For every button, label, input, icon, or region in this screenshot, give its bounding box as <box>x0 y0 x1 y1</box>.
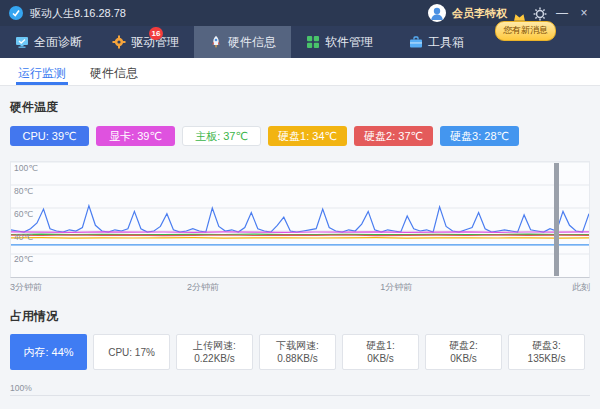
usage-value: 0.22KB/s <box>194 352 235 365</box>
usage-box-disk3[interactable]: 硬盘3: 135KB/s <box>508 334 585 370</box>
temperature-chart: 100℃ 80℃ 60℃ 40℃ 20℃ <box>10 161 590 278</box>
gear-icon <box>112 35 126 49</box>
y-axis-tick: 60℃ <box>14 209 33 219</box>
y-axis-tick: 40℃ <box>14 232 33 242</box>
usage-section-title: 占用情况 <box>10 308 590 325</box>
chart-time-slider[interactable] <box>554 163 559 276</box>
app-logo-icon <box>8 5 24 21</box>
app-window: 驱动人生8.16.28.78 会员李特权 — × 您有新消息 全面诊断 <box>0 0 600 409</box>
usage-box-memory[interactable]: 内存: 44% <box>10 334 87 370</box>
nav-tab-label: 工具箱 <box>428 34 464 51</box>
usage-box-disk2[interactable]: 硬盘2: 0KB/s <box>425 334 502 370</box>
new-message-tooltip[interactable]: 您有新消息 <box>495 21 556 41</box>
usage-box-cpu[interactable]: CPU: 17% <box>93 334 170 370</box>
user-avatar[interactable] <box>428 4 446 22</box>
close-icon[interactable]: × <box>576 6 592 21</box>
usage-chart-top-tick: 100% <box>10 383 590 393</box>
x-axis-tick: 3分钟前 <box>10 281 42 294</box>
usage-box-upload[interactable]: 上传网速: 0.22KB/s <box>176 334 253 370</box>
driver-update-badge: 16 <box>149 27 163 40</box>
tab-hardware-info[interactable]: 硬件信息 <box>194 26 291 58</box>
subtab-hardware-info[interactable]: 硬件信息 <box>78 58 150 85</box>
tab-toolbox[interactable]: 工具箱 <box>388 26 485 58</box>
y-axis-tick: 80℃ <box>14 186 33 196</box>
temp-chip-gpu[interactable]: 显卡: 39℃ <box>96 126 175 146</box>
usage-box-disk1[interactable]: 硬盘1: 0KB/s <box>342 334 419 370</box>
tab-software-management[interactable]: 软件管理 <box>291 26 388 58</box>
app-title: 驱动人生8.16.28.78 <box>30 6 126 21</box>
usage-value: 135KB/s <box>528 352 566 365</box>
grid-icon <box>306 35 320 49</box>
content-area: 硬件温度 CPU: 39℃ 显卡: 39℃ 主板: 37℃ 硬盘1: 34℃ 硬… <box>0 99 600 396</box>
usage-value: 0.88KB/s <box>277 352 318 365</box>
titlebar-controls: 会员李特权 — × <box>428 4 592 22</box>
temperature-section-title: 硬件温度 <box>10 99 590 116</box>
tab-full-diagnosis[interactable]: 全面诊断 <box>0 26 97 58</box>
usage-label: 硬盘2: <box>449 339 477 352</box>
y-axis-tick: 20℃ <box>14 254 33 264</box>
usage-label: 内存: 44% <box>23 346 73 359</box>
nav-tab-label: 软件管理 <box>325 34 373 51</box>
crown-icon <box>513 8 526 19</box>
usage-label: 上传网速: <box>193 339 236 352</box>
temperature-chips: CPU: 39℃ 显卡: 39℃ 主板: 37℃ 硬盘1: 34℃ 硬盘2: 3… <box>10 126 590 146</box>
usage-label: 下载网速: <box>276 339 319 352</box>
rocket-icon <box>209 35 223 49</box>
y-axis-tick: 100℃ <box>14 163 38 173</box>
member-label[interactable]: 会员李特权 <box>452 6 507 21</box>
temperature-chart-svg <box>11 162 589 277</box>
usage-value: 0KB/s <box>367 352 394 365</box>
subtab-running-monitor[interactable]: 运行监测 <box>6 58 78 85</box>
temp-chip-disk2[interactable]: 硬盘2: 37℃ <box>354 126 433 146</box>
settings-gear-icon[interactable] <box>532 6 548 21</box>
usage-label: 硬盘1: <box>366 339 394 352</box>
titlebar: 驱动人生8.16.28.78 会员李特权 — × 您有新消息 <box>0 0 600 26</box>
temp-chip-mainboard[interactable]: 主板: 37℃ <box>182 126 261 146</box>
usage-value: 0KB/s <box>450 352 477 365</box>
sub-tabs: 运行监测 硬件信息 <box>0 58 600 86</box>
usage-box-download[interactable]: 下载网速: 0.88KB/s <box>259 334 336 370</box>
nav-tab-label: 硬件信息 <box>228 34 276 51</box>
x-axis-labels: 3分钟前 2分钟前 1分钟前 此刻 <box>10 281 590 295</box>
usage-chart-partial: 100% <box>10 383 590 396</box>
usage-label: 硬盘3: <box>532 339 560 352</box>
temp-chip-cpu[interactable]: CPU: 39℃ <box>10 126 89 146</box>
x-axis-tick: 1分钟前 <box>380 281 412 294</box>
x-axis-tick: 此刻 <box>572 281 590 294</box>
monitor-icon <box>15 35 29 49</box>
usage-boxes: 内存: 44% CPU: 17% 上传网速: 0.22KB/s 下载网速: 0.… <box>10 334 590 370</box>
toolbox-icon <box>409 35 423 49</box>
temp-chip-disk3[interactable]: 硬盘3: 28℃ <box>440 126 519 146</box>
temp-chip-disk1[interactable]: 硬盘1: 34℃ <box>268 126 347 146</box>
x-axis-tick: 2分钟前 <box>187 281 219 294</box>
usage-chart-gridline <box>10 395 590 396</box>
nav-tab-label: 全面诊断 <box>34 34 82 51</box>
minimize-icon[interactable]: — <box>554 6 570 21</box>
usage-label: CPU: 17% <box>108 346 155 359</box>
tab-driver-management[interactable]: 驱动管理 16 <box>97 26 194 58</box>
